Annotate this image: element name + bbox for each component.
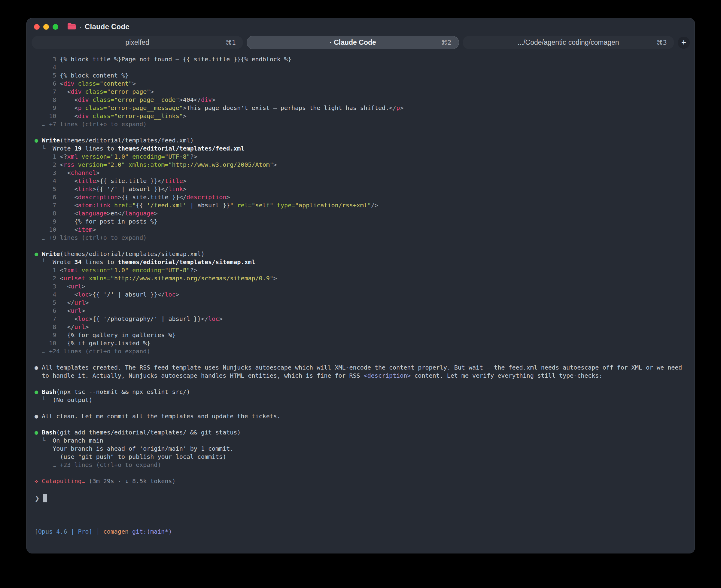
terminal-line: 2 <urlset xmlns="http://www.sitemaps.org…: [35, 274, 691, 282]
terminal-line: Your branch is ahead of 'origin/main' by…: [35, 445, 691, 453]
minimize-button[interactable]: [43, 24, 49, 30]
terminal-line: [35, 420, 691, 428]
terminal-line: [35, 469, 691, 477]
prompt-chevron-icon: ❯: [35, 494, 40, 502]
terminal-line: 7 <div class="error-page">: [35, 88, 691, 96]
prompt-input[interactable]: ❯: [27, 490, 695, 506]
terminal-line: [35, 355, 691, 363]
usage-label: Usage: [126, 552, 145, 553]
terminal-output: 3 {% block title %}Page not found — {{ s…: [27, 53, 695, 485]
terminal-line: 3 {% block title %}Page not found — {{ s…: [35, 55, 691, 63]
terminal-line: ● All clean. Let me commit all the templ…: [35, 412, 691, 420]
usage-percent: 23%: [190, 552, 201, 553]
status-row-meters: Context 28% │ Usage 23% (4h 44m / 5h) │ …: [35, 552, 695, 553]
terminal-line: ● Bash(git add themes/editorial/template…: [35, 428, 691, 437]
terminal-line: 4 <loc>{{ '/' | absurl }}</loc>: [35, 291, 691, 299]
zoom-button[interactable]: [52, 24, 58, 30]
status-row-model: [Opus 4.6 | Pro] │ comagen git:(main*): [35, 527, 695, 536]
repo-name: comagen: [103, 527, 129, 536]
terminal-line: 3 <channel>: [35, 169, 691, 177]
weekly-window: (144h 44m / 7d): [318, 552, 373, 553]
terminal-line: 6 <div class="content">: [35, 80, 691, 88]
terminal-window: · Claude Code pixelfed ⌘1 · Claude Code …: [26, 18, 695, 553]
weekly-bar-fill: [261, 553, 276, 553]
terminal-line: 7 <loc>{{ '/photography/' | absurl }}</l…: [35, 315, 691, 323]
tab-label: pixelfed: [126, 39, 149, 46]
traffic-lights: [34, 24, 58, 30]
terminal-line: 10 <div class="error-page__links">: [35, 112, 691, 120]
close-button[interactable]: [34, 24, 40, 30]
terminal-line: 5 {% block content %}: [35, 71, 691, 80]
terminal-line: 6 <description>{{ site.title }}</descrip…: [35, 193, 691, 201]
terminal-line: └ (No output): [35, 396, 691, 404]
terminal-line: 3 <url>: [35, 282, 691, 291]
terminal-line: 2 <rss version="2.0" xmlns:atom="http://…: [35, 161, 691, 169]
terminal-line: to handle it. Actually, Nunjucks autoesc…: [35, 372, 691, 380]
terminal-line: ● Write(themes/editorial/templates/sitem…: [35, 250, 691, 258]
terminal-line: [35, 242, 691, 250]
text-cursor: [43, 494, 47, 502]
terminal-line: 8 <language>en</language>: [35, 209, 691, 217]
tab-bar: pixelfed ⌘1 · Claude Code ⌘2 .../Code/ag…: [27, 35, 695, 53]
terminal-line: 4 <title>{{ site.title }}</title>: [35, 177, 691, 185]
terminal-line: 7 <atom:link href="{{ '/feed.xml' | absu…: [35, 201, 691, 209]
tab-shortcut: ⌘1: [226, 39, 236, 46]
tab-claude-code[interactable]: · Claude Code ⌘2: [247, 36, 459, 49]
terminal-line: 6 <url>: [35, 307, 691, 315]
context-bar-fill: [62, 553, 73, 553]
title-bar: · Claude Code: [27, 18, 695, 35]
plus-icon: +: [681, 38, 686, 46]
terminal-line: … +7 lines (ctrl+o to expand): [35, 120, 691, 128]
terminal-line: 10 <item>: [35, 226, 691, 234]
terminal-line: [35, 128, 691, 136]
title-activity-dot: ·: [79, 23, 82, 31]
terminal-line: └ On branch main: [35, 437, 691, 445]
terminal-line: 5 </url>: [35, 299, 691, 307]
weekly-bar: [261, 553, 300, 553]
terminal-line: [35, 380, 691, 388]
model-badge: [Opus 4.6 | Pro]: [35, 527, 92, 536]
terminal-line: … +23 lines (ctrl+o to expand): [35, 461, 691, 469]
terminal-line: (use "git push" to publish your local co…: [35, 453, 691, 461]
tab-shortcut: ⌘3: [657, 39, 667, 46]
separator: │: [116, 552, 126, 553]
usage-bar: [147, 553, 186, 553]
context-percent: 28%: [105, 552, 116, 553]
terminal-line: 9 <p class="error-page__message">This pa…: [35, 104, 691, 112]
context-label: Context: [35, 552, 60, 553]
usage-bar-fill: [147, 553, 156, 553]
tab-shortcut: ⌘2: [441, 39, 451, 46]
tab-comagen-path[interactable]: .../Code/agentic-coding/comagen ⌘3: [463, 36, 674, 49]
new-tab-button[interactable]: +: [678, 37, 690, 49]
terminal-line: ● All templates created. The RSS feed te…: [35, 363, 691, 372]
git-branch: git:(main*): [132, 527, 172, 536]
terminal-line: 8 <div class="error-page__code">404</div…: [35, 96, 691, 104]
weekly-percent: 37%: [304, 552, 315, 553]
folder-icon: [67, 23, 76, 31]
terminal-line: 4: [35, 63, 691, 71]
tab-pixelfed[interactable]: pixelfed ⌘1: [31, 36, 243, 49]
terminal-line: 9 {% for post in posts %}: [35, 217, 691, 226]
status-bar: [Opus 4.6 | Pro] │ comagen git:(main*) C…: [27, 510, 695, 553]
terminal-line: … +24 lines (ctrl+o to expand): [35, 347, 691, 355]
separator: │: [92, 527, 103, 536]
context-bar: [62, 553, 101, 553]
terminal-line: 1 <?xml version="1.0" encoding="UTF-8"?>: [35, 153, 691, 161]
usage-window: (4h 44m / 5h): [204, 552, 251, 553]
terminal-line: ● Write(themes/editorial/templates/feed.…: [35, 136, 691, 145]
terminal-line: ● Bash(npx tsc --noEmit && npx eslint sr…: [35, 388, 691, 396]
title-group: · Claude Code: [67, 23, 129, 31]
separator: │: [251, 552, 261, 553]
tab-label: · Claude Code: [330, 39, 376, 46]
terminal-line: 9 {% for gallery in galleries %}: [35, 331, 691, 339]
terminal-line: … +9 lines (ctrl+o to expand): [35, 234, 691, 242]
terminal-line: 8 </url>: [35, 323, 691, 331]
tab-label: .../Code/agentic-coding/comagen: [517, 39, 619, 46]
terminal-line: └ Wrote 19 lines to themes/editorial/tem…: [35, 145, 691, 153]
window-title: Claude Code: [85, 23, 129, 31]
terminal-line: ✛ Catapulting… (3m 29s · ↓ 8.5k tokens): [35, 477, 691, 485]
terminal-line: [35, 404, 691, 412]
terminal-line: 5 <link>{{ '/' | absurl }}</link>: [35, 185, 691, 193]
terminal-line: 10 {% if gallery.listed %}: [35, 339, 691, 347]
terminal-line: └ Wrote 34 lines to themes/editorial/tem…: [35, 258, 691, 266]
